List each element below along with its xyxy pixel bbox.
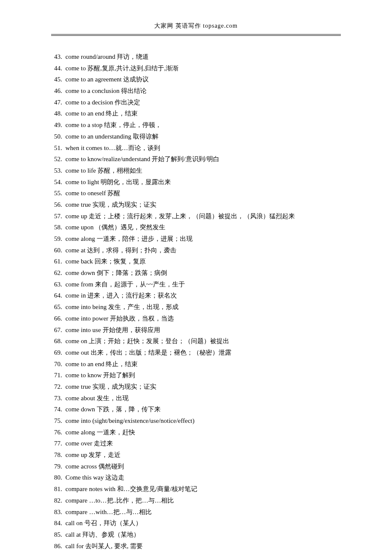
item-number: 48 (51, 108, 61, 119)
item-number: 76 (51, 427, 61, 438)
item-number: 67 (51, 324, 61, 336)
item-text: come down 倒下；降落；跌落；病倒 (66, 269, 167, 276)
item-dot: . (61, 486, 62, 492)
item-number: 47 (51, 97, 61, 108)
list-item: 71. come to know 开始了解到 (51, 370, 341, 381)
list-item: 84. call on 号召，拜访（某人） (51, 517, 341, 529)
document-page: 大家网 英语写作 topsage.com 43. come round/arou… (0, 0, 392, 555)
list-item: 60. come at 达到，求得，得到；扑向，袭击 (51, 245, 341, 256)
list-item: 70. come to an end 终止，结束 (51, 358, 341, 370)
list-item: 79. come across 偶然碰到 (51, 461, 341, 472)
item-dot: . (61, 383, 62, 390)
item-text: come to a decision 作出决定 (66, 99, 141, 106)
item-dot: . (61, 110, 62, 117)
item-dot: . (61, 520, 62, 526)
item-dot: . (61, 190, 62, 197)
item-dot: . (61, 292, 62, 299)
list-item: 68. come on 上演；开始；赶快；发展；登台；（问题）被提出 (51, 335, 341, 347)
item-text: compare …to…把..比作，把…与…相比 (66, 497, 174, 504)
item-dot: . (61, 87, 62, 94)
list-item: 46. come to a conclusion 得出结论 (51, 85, 341, 97)
item-text: when it comes to…就…而论，谈到 (66, 145, 160, 151)
item-dot: . (61, 406, 62, 413)
item-dot: . (61, 121, 62, 128)
item-text: come to a stop 结束，停止，停顿， (66, 121, 162, 128)
item-number: 70 (51, 358, 61, 370)
list-item: 85. call at 拜访、参观（某地） (51, 529, 341, 541)
item-number: 78 (51, 449, 61, 461)
list-item: 59. come along 一道来，陪伴；进步，进展；出现 (51, 233, 341, 245)
item-dot: . (61, 224, 62, 231)
item-dot: . (61, 304, 62, 310)
item-text: come into power 开始执政，当权，当选 (66, 315, 174, 322)
item-text: come in 进来，进入；流行起来；获名次 (66, 292, 177, 299)
item-dot: . (61, 179, 62, 185)
item-text: call at 拜访、参观（某地） (66, 531, 140, 538)
item-dot: . (61, 235, 62, 242)
item-text: come out 出来，传出；出版；结果是；褪色；（秘密）泄露 (66, 349, 231, 356)
item-text: come up 走近；上楼；流行起来，发芽,上来，（问题）被提出，（风浪）猛烈起… (66, 213, 295, 220)
item-number: 56 (51, 199, 61, 211)
list-item: 61. come back 回来；恢复，复原 (51, 256, 341, 267)
list-item: 44. come to 苏醒,复原,共计,达到,归结于,渐渐 (51, 63, 341, 74)
list-item: 80. Come this way 这边走 (51, 472, 341, 483)
item-dot: . (61, 509, 62, 515)
list-item: 65. come into being 发生，产生，出现，形成 (51, 301, 341, 313)
list-item: 67. come into use 开始使用，获得应用 (51, 324, 341, 336)
item-text: come along 一道来，赶快 (66, 429, 135, 436)
item-dot: . (61, 247, 62, 254)
item-dot: . (61, 53, 62, 60)
item-dot: . (61, 65, 62, 72)
item-dot: . (61, 201, 62, 208)
item-dot: . (61, 145, 62, 151)
list-item: 48. come to an end 终止，结束 (51, 108, 341, 119)
item-number: 66 (51, 313, 61, 324)
item-text: come to know/realize/understand 开始了解到/意识… (66, 156, 219, 162)
item-dot: . (61, 327, 62, 333)
list-item: 78. come up 发芽，走近 (51, 449, 341, 461)
item-number: 50 (51, 131, 61, 142)
item-number: 74 (51, 404, 61, 415)
item-text: come to an agreement 达成协议 (66, 76, 149, 83)
item-text: come into (sight/being/existence/use/not… (66, 417, 195, 424)
item-text: call on 号召，拜访（某人） (66, 520, 142, 526)
item-number: 69 (51, 347, 61, 358)
list-item: 57. come up 走近；上楼；流行起来，发芽,上来，（问题）被提出，（风浪… (51, 211, 341, 222)
item-text: come about 发生，出现 (66, 395, 129, 402)
item-dot: . (61, 281, 62, 288)
list-item: 66. come into power 开始执政，当权，当选 (51, 313, 341, 324)
item-text: come to an end 终止，结束 (66, 361, 138, 367)
list-item: 49. come to a stop 结束，停止，停顿， (51, 119, 341, 131)
item-text: come up 发芽，走近 (66, 451, 121, 458)
item-text: come to know 开始了解到 (66, 372, 135, 379)
item-number: 65 (51, 301, 61, 313)
item-text: come round/around 拜访，绕道 (66, 53, 149, 60)
item-number: 63 (51, 279, 61, 290)
item-number: 53 (51, 165, 61, 176)
list-item: 73. come about 发生，出现 (51, 393, 341, 404)
item-text: come to an understanding 取得谅解 (66, 133, 159, 140)
item-text: come true 实现，成为现实；证实 (66, 383, 156, 390)
item-dot: . (61, 156, 62, 162)
list-item: 56. come true 实现，成为现实；证实 (51, 199, 341, 211)
item-number: 45 (51, 74, 61, 85)
item-dot: . (61, 417, 62, 424)
list-item: 43. come round/around 拜访，绕道 (51, 51, 341, 63)
item-text: compare …with…把…与…相比 (66, 509, 152, 515)
item-dot: . (61, 167, 62, 174)
item-text: compare notes with 和…交换意见/商量/核对笔记 (66, 486, 198, 492)
item-number: 86 (51, 541, 61, 552)
item-text: call for 去叫某人, 要求, 需要 (66, 543, 143, 549)
item-number: 72 (51, 381, 61, 393)
item-number: 59 (51, 233, 61, 245)
item-dot: . (61, 429, 62, 436)
item-text: come at 达到，求得，得到；扑向，袭击 (66, 247, 177, 254)
item-number: 51 (51, 142, 61, 154)
item-dot: . (61, 269, 62, 276)
item-number: 84 (51, 517, 61, 529)
list-item: 82. compare …to…把..比作，把…与…相比 (51, 495, 341, 506)
page-header: 大家网 英语写作 topsage.com (51, 22, 341, 32)
item-dot: . (61, 349, 62, 356)
item-number: 80 (51, 472, 61, 483)
item-dot: . (61, 213, 62, 220)
